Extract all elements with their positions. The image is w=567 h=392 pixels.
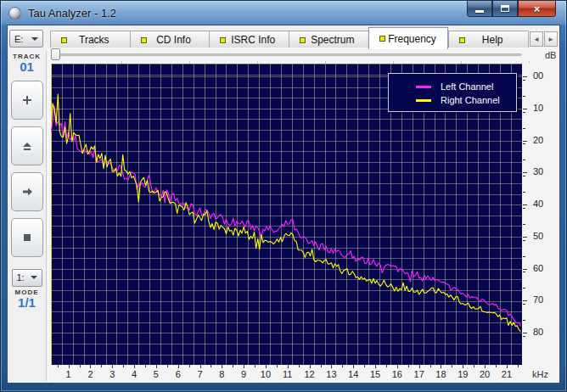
x-tick: [507, 365, 508, 368]
position-slider[interactable]: [53, 53, 522, 56]
y-minor-tick: [523, 288, 525, 288]
window-controls: ×: [467, 1, 556, 17]
x-minor-tick: [430, 365, 431, 367]
x-tick-label: 19: [453, 369, 472, 379]
tab-spectrum[interactable]: Spectrum: [289, 31, 368, 49]
x-tick: [463, 365, 463, 368]
x-minor-tick: [189, 365, 190, 367]
x-tick-label: 11: [278, 369, 297, 379]
x-tick-label: 4: [125, 369, 143, 379]
eject-icon: [21, 141, 33, 151]
slider-tick: [529, 61, 530, 64]
x-tick-label: 1: [59, 369, 78, 379]
y-minor-tick: [523, 80, 525, 81]
slider-tick: [121, 61, 122, 64]
y-tick: [523, 269, 527, 270]
tab-indicator-icon: [141, 37, 147, 43]
x-minor-tick: [408, 365, 409, 367]
tab-cd-info[interactable]: CD Info: [130, 31, 210, 49]
tabs-scroll-right-button[interactable]: ►: [544, 31, 558, 47]
x-minor-tick: [277, 365, 278, 367]
drive-select[interactable]: E:: [9, 30, 43, 48]
x-tick: [353, 365, 354, 368]
x-tick: [397, 365, 398, 368]
app-icon: [8, 7, 21, 20]
y-tick: [523, 204, 527, 205]
y-tick-label: 50: [533, 231, 553, 241]
slider-tick: [257, 61, 258, 64]
x-tick-label: 3: [103, 369, 121, 379]
tab-isrc-info[interactable]: ISRC Info: [209, 31, 289, 49]
x-tick: [112, 365, 113, 368]
client-area: E: Tracks CD Info ISRC Info Spectrum: [7, 25, 560, 384]
x-tick-label: 17: [410, 369, 429, 379]
slider-tick: [189, 61, 190, 64]
y-tick: [523, 333, 527, 333]
stop-button[interactable]: [11, 218, 43, 257]
x-tick: [134, 365, 135, 368]
series-left-channel: [51, 106, 521, 327]
y-minor-tick: [523, 143, 525, 144]
x-tick-label: 8: [212, 369, 231, 379]
x-tick: [178, 365, 179, 368]
eject-button[interactable]: [11, 126, 43, 165]
slider-tick: [393, 61, 394, 64]
x-tick-label: 12: [300, 369, 319, 379]
x-tick: [331, 365, 332, 368]
x-tick: [266, 365, 267, 368]
next-button[interactable]: [11, 172, 43, 211]
legend-item: Right Channel: [416, 93, 516, 107]
legend-swatch: [416, 86, 431, 88]
tab-help[interactable]: Help: [448, 31, 529, 49]
y-tick-label: 10: [533, 103, 553, 113]
x-minor-tick: [123, 365, 124, 367]
tab-indicator-icon: [300, 37, 306, 43]
maximize-icon: [501, 5, 509, 12]
x-minor-tick: [167, 365, 168, 367]
x-tick-label: 15: [366, 369, 385, 379]
slider-tick: [461, 61, 462, 64]
tab-label: CD Info: [147, 34, 210, 46]
app-window: Tau Analyzer - 1.2 × E: Tracks CD Info I…: [0, 0, 567, 392]
legend-label: Left Channel: [441, 81, 493, 92]
chevron-down-icon: [31, 276, 37, 279]
y-tick-label: 40: [533, 199, 553, 209]
y-minor-tick: [523, 112, 525, 113]
x-minor-tick: [518, 365, 519, 367]
y-minor-tick: [523, 224, 525, 225]
position-slider-thumb[interactable]: [51, 48, 60, 60]
minimize-button[interactable]: [467, 1, 492, 17]
maximize-button[interactable]: [492, 1, 518, 17]
tab-label: Help: [465, 34, 528, 46]
x-tick: [288, 365, 289, 368]
y-tick: [523, 141, 527, 142]
x-minor-tick: [101, 365, 102, 367]
x-tick: [485, 365, 486, 368]
x-tick-label: 2: [81, 369, 99, 379]
y-tick-label: 60: [533, 263, 553, 273]
close-button[interactable]: ×: [518, 1, 556, 17]
minimize-icon: [475, 10, 484, 13]
plot-area: Left ChannelRight Channel: [51, 64, 522, 365]
x-tick: [222, 365, 222, 368]
legend-item: Left Channel: [416, 80, 516, 93]
y-tick: [523, 172, 527, 173]
x-tick-label: 6: [169, 369, 188, 379]
tab-frequency[interactable]: Frequency: [368, 27, 449, 49]
add-button[interactable]: [11, 81, 43, 120]
drive-select-value: E:: [14, 34, 23, 44]
mode-select[interactable]: 1:: [12, 269, 42, 287]
sidebar: TRACK 01 1: MODE 1/1: [8, 51, 47, 381]
y-minor-tick: [523, 96, 525, 97]
y-minor-tick: [523, 160, 525, 160]
slider-tick: [325, 61, 326, 64]
tab-tracks[interactable]: Tracks: [50, 31, 130, 49]
x-tick-label: 18: [431, 369, 450, 379]
tab-label: Tracks: [67, 34, 130, 46]
y-tick: [523, 109, 527, 109]
x-minor-tick: [321, 365, 322, 367]
x-tick: [419, 365, 420, 368]
y-minor-tick: [523, 240, 525, 241]
y-minor-tick: [523, 256, 525, 257]
tabs-scroll-left-button[interactable]: ◄: [530, 31, 543, 47]
